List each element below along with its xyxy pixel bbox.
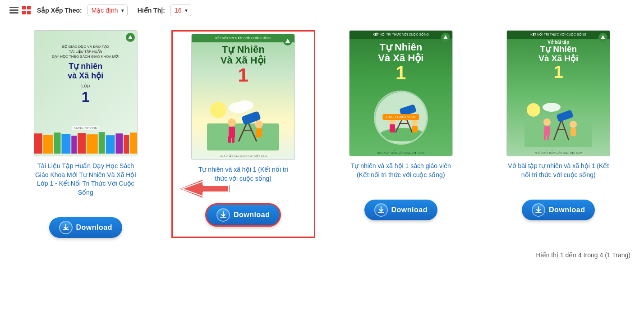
svg-point-27 xyxy=(228,119,236,127)
download-btn-3[interactable]: Download xyxy=(364,200,437,220)
download-icon-1 xyxy=(59,221,73,234)
svg-rect-11 xyxy=(71,136,77,154)
arrow-indicator xyxy=(180,180,234,200)
svg-rect-4 xyxy=(27,6,31,9)
svg-rect-1 xyxy=(9,9,18,11)
svg-rect-17 xyxy=(124,135,129,154)
book3-publisher: NHÀ XUẤT BẢN GIÁO DỤC VIỆT NAM xyxy=(377,151,424,154)
svg-rect-55 xyxy=(544,134,546,140)
svg-rect-0 xyxy=(9,7,18,8)
download-icon-4 xyxy=(532,203,545,217)
display-select-wrapper[interactable]: 8 12 16 24 32 xyxy=(170,5,191,16)
svg-rect-52 xyxy=(557,109,574,122)
download-btn-text-3: Download xyxy=(391,206,428,214)
book4-grade: 1 xyxy=(511,64,606,81)
download-btn-4[interactable]: Download xyxy=(522,200,595,220)
book3-title-block: Tự NhiênVà Xã Hội 1 xyxy=(354,42,448,82)
book4-title-block: Vở bài tập Tự NhiênVà Xã Hội 1 xyxy=(511,40,606,81)
svg-rect-5 xyxy=(22,11,26,14)
book4-main-title: Tự NhiênVà Xã Hội xyxy=(511,45,606,64)
svg-rect-9 xyxy=(54,132,60,154)
svg-rect-8 xyxy=(43,135,53,154)
download-btn-text-4: Download xyxy=(549,206,585,214)
logo2 xyxy=(283,36,292,46)
book-title-1: Tài Liệu Tập Huấn Dạy Học Sách Giáo Khoa… xyxy=(34,162,138,197)
book-cover-1[interactable]: BỘ GIÁO DỤC VÀ ĐÀO TẠOTÀI LIỆU TẬP HUẤND… xyxy=(34,30,138,156)
toolbar: Sắp Xếp Theo: Mặc định Tên A-Z Tên Z-A M… xyxy=(0,0,644,21)
svg-rect-29 xyxy=(228,136,231,143)
logo4 xyxy=(598,33,607,42)
svg-rect-45 xyxy=(412,126,418,132)
svg-rect-58 xyxy=(570,128,576,136)
svg-rect-56 xyxy=(547,134,549,140)
svg-rect-46 xyxy=(524,122,592,147)
svg-rect-10 xyxy=(61,134,70,154)
svg-rect-13 xyxy=(87,134,98,154)
book1-grade: 1 xyxy=(39,89,133,105)
svg-rect-3 xyxy=(22,6,26,9)
book-cover-3[interactable]: KẾT NỐI TRI THỨC VỚI CUỘC SỐNG Tự NhiênV… xyxy=(349,30,453,156)
download-icon-2 xyxy=(216,208,230,222)
book-cover-4[interactable]: KẾT NỐI TRI THỨC VỚI CUỘC SỐNG Vở bài tậ… xyxy=(506,30,610,156)
svg-point-31 xyxy=(255,120,263,128)
book-item-3: KẾT NỐI TRI THỨC VỚI CUỘC SỐNG Tự NhiênV… xyxy=(329,30,473,238)
book-title-4: Vở bài tập tự nhiên và xã hội 1 (Kết nối… xyxy=(506,162,610,179)
svg-rect-16 xyxy=(115,133,123,154)
sort-label: Sắp Xếp Theo: xyxy=(37,7,82,14)
book4-header-text: KẾT NỐI TRI THỨC VỚI CUỘC SỐNG xyxy=(530,33,586,36)
pagination-info: Hiển thị 1 đến 4 trong 4 (1 Trang) xyxy=(14,247,630,263)
download-btn-text-1: Download xyxy=(76,223,112,232)
grid-view-icon[interactable] xyxy=(22,5,32,15)
svg-rect-6 xyxy=(27,11,31,14)
list-view-icon[interactable] xyxy=(9,5,19,15)
svg-point-20 xyxy=(210,102,226,118)
svg-rect-7 xyxy=(34,133,42,154)
sort-select-wrapper[interactable]: Mặc định Tên A-Z Tên Z-A Mới nhất xyxy=(87,5,128,16)
book2-title-block: Tự NhiênVà Xã Hội 1 xyxy=(196,44,290,85)
book3-sgv-badge: SÁCH GIÁO VIÊN xyxy=(382,114,419,120)
main-content: BỘ GIÁO DỤC VÀ ĐÀO TẠOTÀI LIỆU TẬP HUẤND… xyxy=(0,21,644,272)
download-btn-2[interactable]: Download xyxy=(205,203,281,227)
book4-publisher: NHÀ XUẤT BẢN GIÁO DỤC VIỆT NAM xyxy=(535,151,582,154)
book3-top-bar: KẾT NỐI TRI THỨC VỚI CUỘC SỐNG xyxy=(350,31,452,39)
display-select[interactable]: 8 12 16 24 32 xyxy=(170,5,191,16)
logo3 xyxy=(441,33,450,42)
book-item-2: KẾT NỐI TRI THỨC VỚI CUỘC SỐNG Tự NhiênV… xyxy=(171,30,316,238)
svg-point-47 xyxy=(527,103,540,117)
sort-select[interactable]: Mặc định Tên A-Z Tên Z-A Mới nhất xyxy=(87,5,128,16)
book3-main-title: Tự NhiênVà Xã Hội xyxy=(354,42,448,64)
svg-rect-2 xyxy=(9,12,18,14)
view-icons xyxy=(9,5,32,15)
books-grid: BỘ GIÁO DỤC VÀ ĐÀO TẠOTÀI LIỆU TẬP HUẤND… xyxy=(14,30,630,238)
book2-header-text: KẾT NỐI TRI THỨC VỚI CUỘC SỐNG xyxy=(215,36,271,40)
book3-header-text: KẾT NỐI TRI THỨC VỚI CUỘC SỐNG xyxy=(373,33,429,36)
book3-grade: 1 xyxy=(354,64,448,82)
svg-rect-54 xyxy=(544,126,550,136)
svg-rect-12 xyxy=(78,133,86,154)
download-icon-3 xyxy=(374,203,388,217)
svg-point-48 xyxy=(543,103,561,112)
logo1 xyxy=(126,33,135,42)
book1-main-title: Tự nhiênvà Xã hội xyxy=(39,62,133,81)
download-btn-1[interactable]: Download xyxy=(49,217,122,238)
book4-illustration xyxy=(524,97,592,147)
svg-point-44 xyxy=(412,119,418,126)
svg-rect-32 xyxy=(256,128,262,137)
download-btn-text-2: Download xyxy=(234,211,270,219)
book2-main-title: Tự NhiênVà Xã Hội xyxy=(196,44,290,66)
svg-rect-43 xyxy=(390,124,395,132)
svg-rect-30 xyxy=(232,136,235,143)
book2-grade: 1 xyxy=(196,66,290,85)
svg-rect-15 xyxy=(106,135,115,154)
sachhoc-label: SACHHOC.COM xyxy=(72,126,99,130)
book2-illustration xyxy=(207,96,279,150)
book2-publisher: NHÀ XUẤT BẢN GIÁO DỤC VIỆT NAM xyxy=(220,155,267,158)
book2-top-bar: KẾT NỐI TRI THỨC VỚI CUỘC SỐNG xyxy=(192,34,294,42)
book-cover-2[interactable]: KẾT NỐI TRI THỨC VỚI CUỘC SỐNG Tự NhiênV… xyxy=(191,34,295,160)
svg-point-22 xyxy=(237,100,253,110)
book1-subtitle: BỘ GIÁO DỤC VÀ ĐÀO TẠOTÀI LIỆU TẬP HUẤND… xyxy=(39,44,133,59)
svg-rect-14 xyxy=(98,132,105,154)
display-label: Hiển Thị: xyxy=(138,7,165,14)
svg-point-53 xyxy=(543,119,551,126)
svg-point-57 xyxy=(570,121,577,128)
